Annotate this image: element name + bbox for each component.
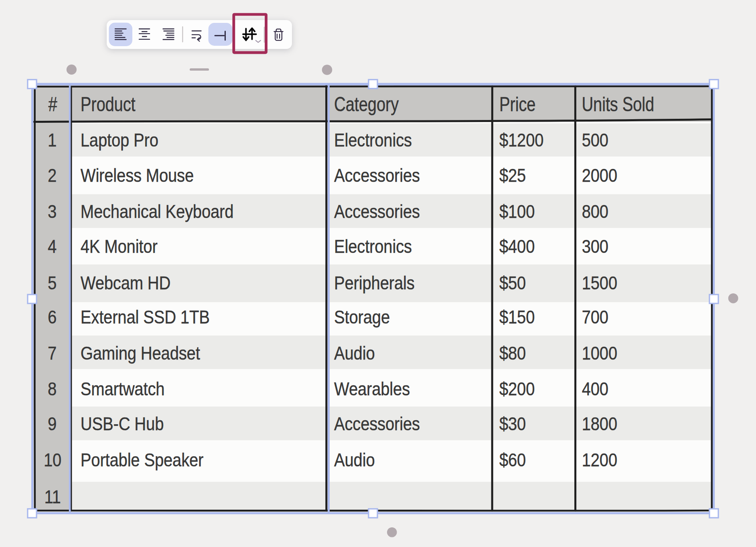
svg-text:$25: $25 [499, 165, 526, 185]
svg-text:8: 8 [48, 378, 57, 399]
svg-text:2000: 2000 [582, 165, 617, 185]
svg-text:Laptop Pro: Laptop Pro [81, 130, 158, 150]
svg-text:Gaming Headset: Gaming Headset [81, 343, 200, 363]
svg-text:$200: $200 [499, 378, 535, 399]
svg-text:300: 300 [582, 236, 608, 257]
svg-text:Peripherals: Peripherals [334, 272, 415, 293]
svg-text:Electronics: Electronics [334, 236, 412, 257]
svg-text:Category: Category [334, 93, 399, 116]
svg-text:Accessories: Accessories [334, 201, 420, 222]
svg-text:$60: $60 [499, 450, 526, 470]
svg-text:Units Sold: Units Sold [582, 93, 654, 116]
svg-text:1800: 1800 [582, 413, 617, 434]
svg-text:500: 500 [582, 130, 608, 150]
svg-text:USB-C Hub: USB-C Hub [81, 413, 164, 434]
svg-text:$1200: $1200 [499, 130, 543, 150]
svg-text:4K Monitor: 4K Monitor [81, 236, 158, 257]
svg-text:Smartwatch: Smartwatch [81, 378, 165, 399]
svg-text:$30: $30 [499, 413, 526, 434]
svg-text:Mechanical Keyboard: Mechanical Keyboard [81, 201, 234, 222]
svg-text:400: 400 [582, 378, 608, 399]
svg-text:External SSD 1TB: External SSD 1TB [81, 307, 210, 327]
svg-text:Portable Speaker: Portable Speaker [81, 450, 203, 470]
svg-text:Electronics: Electronics [334, 130, 412, 150]
svg-text:6: 6 [48, 307, 57, 327]
svg-text:Audio: Audio [334, 450, 375, 470]
svg-text:$150: $150 [499, 307, 535, 327]
svg-text:Accessories: Accessories [334, 165, 420, 185]
svg-text:Webcam HD: Webcam HD [81, 272, 171, 293]
svg-text:Price: Price [499, 93, 535, 116]
svg-text:$400: $400 [499, 236, 535, 257]
svg-text:4: 4 [48, 236, 57, 257]
svg-text:Audio: Audio [334, 343, 375, 363]
svg-text:#: # [48, 93, 57, 116]
svg-text:1500: 1500 [582, 272, 617, 293]
svg-text:$80: $80 [499, 343, 526, 363]
svg-text:Wearables: Wearables [334, 378, 410, 399]
svg-text:5: 5 [48, 272, 57, 293]
svg-text:11: 11 [44, 486, 61, 507]
svg-text:Wireless Mouse: Wireless Mouse [81, 165, 194, 185]
svg-text:9: 9 [48, 413, 57, 434]
svg-text:Product: Product [81, 93, 136, 116]
svg-text:$100: $100 [499, 201, 535, 222]
svg-text:2: 2 [48, 165, 57, 185]
svg-text:800: 800 [582, 201, 608, 222]
svg-text:1200: 1200 [582, 450, 617, 470]
svg-text:1: 1 [48, 130, 57, 150]
svg-text:3: 3 [48, 201, 57, 222]
svg-text:1000: 1000 [582, 343, 617, 363]
svg-text:$50: $50 [499, 272, 526, 293]
svg-text:700: 700 [582, 307, 608, 327]
svg-text:10: 10 [44, 450, 61, 470]
svg-text:7: 7 [48, 343, 57, 363]
svg-text:Accessories: Accessories [334, 413, 420, 434]
svg-text:Storage: Storage [334, 307, 390, 327]
